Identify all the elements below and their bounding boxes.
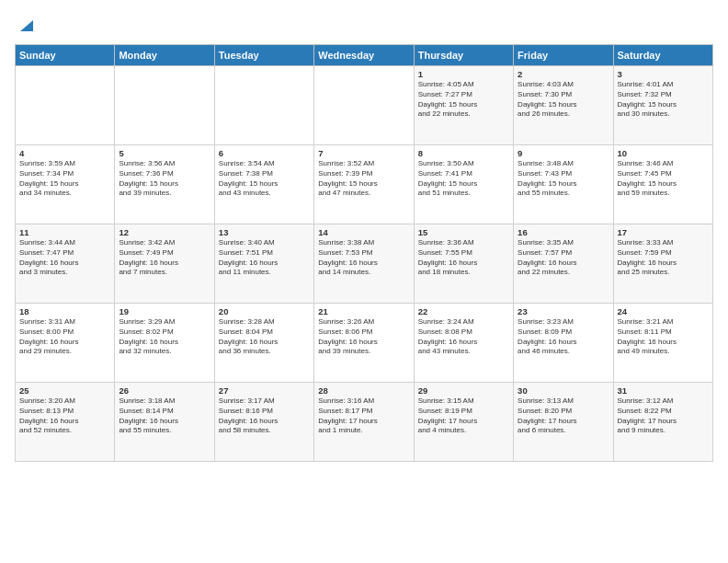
- calendar-week-2: 4Sunrise: 3:59 AM Sunset: 7:34 PM Daylig…: [16, 145, 713, 224]
- day-info: Sunrise: 3:20 AM Sunset: 8:13 PM Dayligh…: [19, 396, 110, 436]
- header: [15, 15, 713, 35]
- weekday-header-friday: Friday: [514, 45, 613, 66]
- day-number: 28: [318, 385, 409, 396]
- day-info: Sunrise: 3:23 AM Sunset: 8:09 PM Dayligh…: [518, 317, 609, 357]
- day-number: 11: [19, 227, 110, 237]
- day-number: 7: [318, 148, 409, 158]
- day-info: Sunrise: 3:56 AM Sunset: 7:36 PM Dayligh…: [119, 159, 210, 199]
- day-number: 23: [518, 306, 609, 316]
- day-info: Sunrise: 4:01 AM Sunset: 7:32 PM Dayligh…: [618, 80, 709, 120]
- logo-icon: [17, 15, 37, 35]
- calendar-cell: 19Sunrise: 3:29 AM Sunset: 8:02 PM Dayli…: [115, 304, 214, 383]
- day-number: 5: [119, 148, 210, 158]
- day-number: 25: [19, 385, 110, 396]
- calendar-cell: 18Sunrise: 3:31 AM Sunset: 8:00 PM Dayli…: [16, 304, 115, 383]
- day-number: 2: [518, 69, 609, 79]
- day-info: Sunrise: 3:35 AM Sunset: 7:57 PM Dayligh…: [518, 238, 609, 278]
- day-info: Sunrise: 4:05 AM Sunset: 7:27 PM Dayligh…: [418, 80, 509, 120]
- day-info: Sunrise: 3:52 AM Sunset: 7:39 PM Dayligh…: [318, 159, 409, 199]
- calendar-cell: 23Sunrise: 3:23 AM Sunset: 8:09 PM Dayli…: [514, 304, 613, 383]
- day-info: Sunrise: 3:16 AM Sunset: 8:17 PM Dayligh…: [318, 396, 409, 436]
- calendar-cell: 13Sunrise: 3:40 AM Sunset: 7:51 PM Dayli…: [214, 224, 313, 304]
- day-number: 31: [618, 385, 709, 396]
- calendar-cell: 28Sunrise: 3:16 AM Sunset: 8:17 PM Dayli…: [314, 383, 414, 462]
- calendar-cell: [314, 66, 414, 145]
- day-number: 8: [418, 148, 509, 158]
- calendar-cell: 21Sunrise: 3:26 AM Sunset: 8:06 PM Dayli…: [314, 304, 414, 383]
- calendar-week-4: 18Sunrise: 3:31 AM Sunset: 8:00 PM Dayli…: [16, 304, 713, 383]
- weekday-header-wednesday: Wednesday: [314, 45, 414, 66]
- calendar-cell: 22Sunrise: 3:24 AM Sunset: 8:08 PM Dayli…: [414, 304, 513, 383]
- weekday-header-row: SundayMondayTuesdayWednesdayThursdayFrid…: [16, 45, 713, 66]
- day-info: Sunrise: 3:13 AM Sunset: 8:20 PM Dayligh…: [518, 396, 609, 436]
- weekday-header-tuesday: Tuesday: [214, 45, 313, 66]
- day-number: 30: [518, 385, 609, 396]
- calendar-cell: 30Sunrise: 3:13 AM Sunset: 8:20 PM Dayli…: [514, 383, 613, 462]
- day-info: Sunrise: 3:17 AM Sunset: 8:16 PM Dayligh…: [219, 396, 310, 436]
- calendar-body: 1Sunrise: 4:05 AM Sunset: 7:27 PM Daylig…: [16, 66, 713, 462]
- calendar-cell: 17Sunrise: 3:33 AM Sunset: 7:59 PM Dayli…: [613, 224, 712, 304]
- calendar-cell: 8Sunrise: 3:50 AM Sunset: 7:41 PM Daylig…: [414, 145, 513, 224]
- day-number: 10: [618, 148, 709, 158]
- calendar-cell: 26Sunrise: 3:18 AM Sunset: 8:14 PM Dayli…: [115, 383, 214, 462]
- day-number: 9: [518, 148, 609, 158]
- calendar-cell: 5Sunrise: 3:56 AM Sunset: 7:36 PM Daylig…: [115, 145, 214, 224]
- day-number: 19: [119, 306, 210, 316]
- day-info: Sunrise: 4:03 AM Sunset: 7:30 PM Dayligh…: [518, 80, 609, 120]
- calendar-table: SundayMondayTuesdayWednesdayThursdayFrid…: [15, 44, 713, 462]
- calendar-cell: 15Sunrise: 3:36 AM Sunset: 7:55 PM Dayli…: [414, 224, 513, 304]
- calendar-week-1: 1Sunrise: 4:05 AM Sunset: 7:27 PM Daylig…: [16, 66, 713, 145]
- calendar-cell: 14Sunrise: 3:38 AM Sunset: 7:53 PM Dayli…: [314, 224, 414, 304]
- day-number: 6: [219, 148, 310, 158]
- day-number: 15: [418, 227, 509, 237]
- day-number: 26: [119, 385, 210, 396]
- calendar-cell: [214, 66, 313, 145]
- calendar-page: SundayMondayTuesdayWednesdayThursdayFrid…: [0, 0, 728, 563]
- day-info: Sunrise: 3:24 AM Sunset: 8:08 PM Dayligh…: [418, 317, 509, 357]
- day-number: 17: [618, 227, 709, 237]
- day-number: 20: [219, 306, 310, 316]
- day-info: Sunrise: 3:31 AM Sunset: 8:00 PM Dayligh…: [19, 317, 110, 357]
- day-info: Sunrise: 3:59 AM Sunset: 7:34 PM Dayligh…: [19, 159, 110, 199]
- day-number: 14: [318, 227, 409, 237]
- day-info: Sunrise: 3:28 AM Sunset: 8:04 PM Dayligh…: [219, 317, 310, 357]
- calendar-cell: 24Sunrise: 3:21 AM Sunset: 8:11 PM Dayli…: [613, 304, 712, 383]
- calendar-cell: 25Sunrise: 3:20 AM Sunset: 8:13 PM Dayli…: [16, 383, 115, 462]
- day-info: Sunrise: 3:50 AM Sunset: 7:41 PM Dayligh…: [418, 159, 509, 199]
- calendar-cell: 31Sunrise: 3:12 AM Sunset: 8:22 PM Dayli…: [613, 383, 712, 462]
- day-info: Sunrise: 3:36 AM Sunset: 7:55 PM Dayligh…: [418, 238, 509, 278]
- day-info: Sunrise: 3:15 AM Sunset: 8:19 PM Dayligh…: [418, 396, 509, 436]
- day-info: Sunrise: 3:12 AM Sunset: 8:22 PM Dayligh…: [618, 396, 709, 436]
- day-info: Sunrise: 3:18 AM Sunset: 8:14 PM Dayligh…: [119, 396, 210, 436]
- calendar-cell: 11Sunrise: 3:44 AM Sunset: 7:47 PM Dayli…: [16, 224, 115, 304]
- calendar-cell: 7Sunrise: 3:52 AM Sunset: 7:39 PM Daylig…: [314, 145, 414, 224]
- day-number: 1: [418, 69, 509, 79]
- day-info: Sunrise: 3:46 AM Sunset: 7:45 PM Dayligh…: [618, 159, 709, 199]
- day-info: Sunrise: 3:48 AM Sunset: 7:43 PM Dayligh…: [518, 159, 609, 199]
- calendar-week-5: 25Sunrise: 3:20 AM Sunset: 8:13 PM Dayli…: [16, 383, 713, 462]
- day-info: Sunrise: 3:26 AM Sunset: 8:06 PM Dayligh…: [318, 317, 409, 357]
- calendar-cell: 16Sunrise: 3:35 AM Sunset: 7:57 PM Dayli…: [514, 224, 613, 304]
- weekday-header-thursday: Thursday: [414, 45, 513, 66]
- day-info: Sunrise: 3:40 AM Sunset: 7:51 PM Dayligh…: [219, 238, 310, 278]
- weekday-header-saturday: Saturday: [613, 45, 712, 66]
- day-info: Sunrise: 3:38 AM Sunset: 7:53 PM Dayligh…: [318, 238, 409, 278]
- day-number: 16: [518, 227, 609, 237]
- day-number: 18: [19, 306, 110, 316]
- day-number: 3: [618, 69, 709, 79]
- day-info: Sunrise: 3:54 AM Sunset: 7:38 PM Dayligh…: [219, 159, 310, 199]
- calendar-cell: 9Sunrise: 3:48 AM Sunset: 7:43 PM Daylig…: [514, 145, 613, 224]
- logo: [15, 15, 37, 35]
- calendar-cell: 12Sunrise: 3:42 AM Sunset: 7:49 PM Dayli…: [115, 224, 214, 304]
- svg-marker-0: [20, 20, 33, 31]
- day-number: 4: [19, 148, 110, 158]
- calendar-cell: 1Sunrise: 4:05 AM Sunset: 7:27 PM Daylig…: [414, 66, 513, 145]
- day-number: 27: [219, 385, 310, 396]
- calendar-cell: 2Sunrise: 4:03 AM Sunset: 7:30 PM Daylig…: [514, 66, 613, 145]
- day-number: 24: [618, 306, 709, 316]
- day-info: Sunrise: 3:33 AM Sunset: 7:59 PM Dayligh…: [618, 238, 709, 278]
- calendar-cell: 10Sunrise: 3:46 AM Sunset: 7:45 PM Dayli…: [613, 145, 712, 224]
- calendar-cell: 27Sunrise: 3:17 AM Sunset: 8:16 PM Dayli…: [214, 383, 313, 462]
- day-info: Sunrise: 3:21 AM Sunset: 8:11 PM Dayligh…: [618, 317, 709, 357]
- calendar-cell: 6Sunrise: 3:54 AM Sunset: 7:38 PM Daylig…: [214, 145, 313, 224]
